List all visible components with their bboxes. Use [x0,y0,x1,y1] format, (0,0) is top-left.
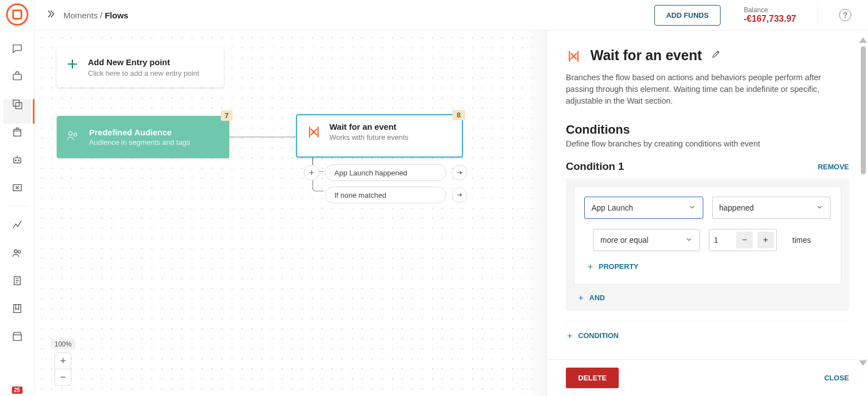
chevron-down-icon [685,236,693,245]
plus-icon [66,57,79,71]
conditions-heading: Conditions [566,123,849,137]
left-nav: 25 [0,0,34,396]
balance-block: Balance -€167,733.97 [744,6,796,24]
add-property-button[interactable]: PROPERTY [584,259,831,274]
nav-bookmark-icon[interactable] [11,302,23,315]
add-condition-button[interactable]: CONDITION [566,321,849,343]
scroll-down-icon[interactable] [859,360,867,366]
branch-continue-button[interactable] [452,165,467,180]
panel-description: Branches the flow based on actions and b… [566,72,849,107]
predefined-audience-node[interactable]: Predefined Audience Audience in segments… [57,116,229,158]
event-count-badge: 8 [452,110,465,120]
delete-button[interactable]: DELETE [566,368,619,388]
stepper-plus-button[interactable]: + [757,232,774,248]
times-stepper: − + [709,229,777,251]
nav-package-icon[interactable] [11,126,23,138]
nav-bot-icon[interactable] [11,154,23,166]
logo[interactable] [6,3,28,26]
breadcrumb-current: Flows [105,11,129,20]
svg-point-9 [18,251,21,253]
event-node-icon [306,124,322,140]
topbar: Moments / Flows ADD FUNDS Balance -€167,… [34,0,868,31]
breadcrumb: Moments / Flows [63,11,129,20]
times-label: times [792,236,811,245]
svg-point-8 [14,250,17,253]
svg-rect-0 [13,74,21,80]
chevron-down-icon [816,203,823,213]
add-entry-point-card[interactable]: Add New Entry point Click here to add a … [57,47,224,87]
occurrence-select-value: happened [719,203,754,212]
notification-badge[interactable]: 25 [12,387,22,394]
expand-sidebar-icon[interactable] [45,8,56,22]
audience-title: Predefined Audience [89,128,190,137]
svg-rect-1 [13,100,19,106]
event-select-value: App Launch [591,203,633,212]
occurrence-select[interactable]: happened [712,197,831,219]
svg-point-14 [74,133,77,136]
svg-point-6 [18,160,19,161]
nav-flows-icon[interactable] [11,98,23,110]
svg-point-13 [68,131,72,135]
branch-app-launch[interactable]: App Launch happened [325,164,446,181]
add-funds-button[interactable]: ADD FUNDS [654,5,721,26]
branch-none-matched[interactable]: If none matched [325,187,446,203]
scroll-up-icon[interactable] [859,37,867,43]
flow-canvas[interactable]: Add New Entry point Click here to add a … [34,31,546,396]
panel-title: Wait for an event [590,47,702,63]
balance-value: -€167,733.97 [744,14,796,24]
audience-icon [66,129,80,145]
add-branch-button[interactable] [304,165,319,180]
nav-hash-icon[interactable] [11,182,23,194]
stepper-minus-button[interactable]: − [736,232,753,248]
wait-for-event-node[interactable]: Wait for an event Works with future even… [296,114,463,158]
remove-condition-button[interactable]: REMOVE [818,163,849,171]
branch-continue-button-2[interactable] [452,187,467,203]
nav-store-icon[interactable] [11,330,23,343]
entry-title: Add New Entry point [88,57,199,67]
edit-title-icon[interactable] [711,49,721,61]
zoom-in-button[interactable]: + [55,353,71,369]
zoom-out-button[interactable]: − [55,369,71,386]
condition-block: App Launch happened more or [566,178,849,311]
zoom-level: 100% [51,339,75,349]
entry-subtitle: Click here to add a new entry point [88,69,199,77]
panel-event-icon [566,48,581,64]
nav-chat-icon[interactable] [11,42,23,55]
zoom-control: 100% + − [51,339,75,386]
nav-receipt-icon[interactable] [11,275,23,287]
times-input[interactable] [709,229,734,251]
properties-panel: Wait for an event Branches the flow base… [546,31,868,396]
svg-rect-4 [13,158,21,163]
breadcrumb-parent[interactable]: Moments [63,11,98,20]
scrollbar-thumb[interactable] [861,46,866,174]
audience-subtitle: Audience in segments and tags [89,138,190,146]
add-and-button[interactable]: AND [575,290,841,305]
nav-people-icon[interactable] [11,247,23,259]
help-icon[interactable]: ? [839,9,851,21]
close-button[interactable]: CLOSE [824,374,849,382]
audience-count-badge: 7 [221,110,233,121]
comparator-value: more or equal [600,236,648,245]
event-select[interactable]: App Launch [584,197,703,219]
balance-label: Balance [744,6,796,14]
comparator-select[interactable]: more or equal [593,229,700,251]
svg-rect-3 [13,129,21,136]
nav-toolbox-icon[interactable] [11,70,23,82]
event-node-title: Wait for an event [329,122,408,131]
conditions-sub: Define flow branches by creating conditi… [566,139,849,148]
nav-analytics-icon[interactable] [11,219,23,231]
event-node-subtitle: Works with future events [329,133,408,141]
svg-point-5 [15,160,16,161]
condition1-title: Condition 1 [566,160,624,173]
chevron-down-icon [688,203,696,213]
svg-rect-2 [16,102,22,109]
